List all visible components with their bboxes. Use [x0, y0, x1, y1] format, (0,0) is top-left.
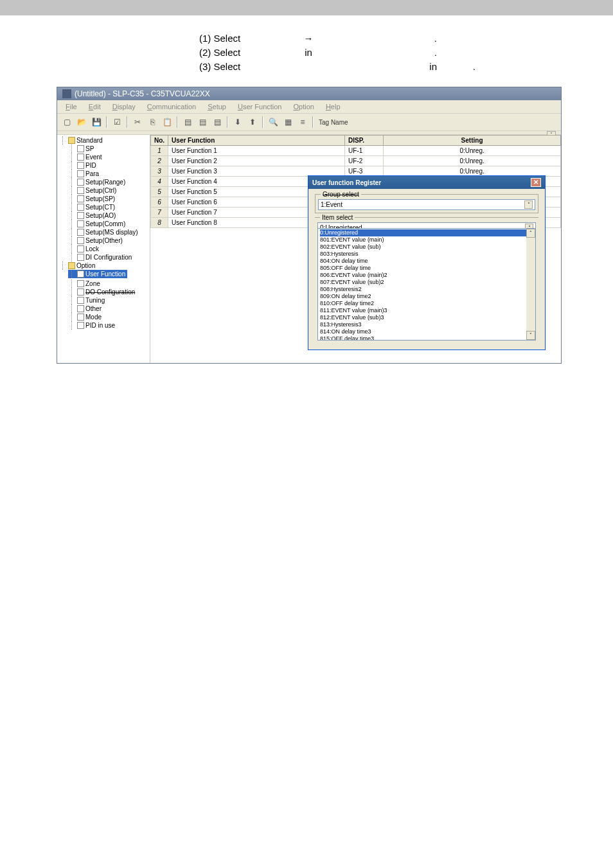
instruction-sep-1: .	[341, 31, 437, 46]
list-scrollbar[interactable]: ˄ ˅	[526, 229, 535, 340]
tree-para[interactable]: Para	[59, 170, 148, 178]
toolbar-paste-icon[interactable]: 📋	[161, 116, 173, 128]
tree-setup-ct[interactable]: Setup(CT)	[59, 203, 148, 211]
file-icon	[77, 237, 84, 244]
file-icon	[77, 187, 84, 194]
tree-setup-range[interactable]: Setup(Range)	[59, 178, 148, 186]
th-no[interactable]: No.	[151, 136, 168, 146]
title-bar: (Untitled) - SLP-C35 - C35TVCUA22XX	[57, 87, 561, 100]
cell-no: 6	[151, 197, 168, 208]
list-item[interactable]: 804:ON delay time	[320, 258, 533, 265]
tree-tuning[interactable]: Tuning	[59, 296, 148, 305]
tree-user-function-row[interactable]: User Function	[59, 270, 148, 279]
cell-no: 1	[151, 146, 168, 156]
menu-user-function[interactable]: User Function	[233, 102, 287, 112]
tree-zone[interactable]: Zone	[59, 279, 148, 288]
th-user-function[interactable]: User Function	[168, 136, 345, 146]
toolbar-checkbox-icon[interactable]: ☑	[111, 116, 123, 128]
file-icon	[77, 145, 84, 152]
toolbar-find-icon[interactable]: 🔍	[267, 116, 280, 128]
th-setting[interactable]: Setting	[384, 136, 561, 146]
file-icon	[77, 154, 84, 161]
list-item[interactable]: 807:EVENT value (sub)2	[320, 279, 533, 286]
toolbar-copy-icon[interactable]: ⎘	[146, 116, 159, 128]
list-item[interactable]: 801:EVENT value (main)	[320, 236, 533, 244]
list-item[interactable]: 811:EVENT value (main)3	[320, 307, 533, 314]
menu-file[interactable]: File	[60, 102, 82, 112]
list-item[interactable]: 808:Hysteresis2	[320, 286, 533, 293]
cell-disp: UF-1	[345, 146, 384, 156]
instruction-row-2: (2) Select in .	[199, 46, 613, 60]
tree-panel: Standard SP Event PID Para Setup(Range) …	[57, 135, 150, 363]
list-item[interactable]: 802:EVENT value (sub)	[320, 244, 533, 251]
tree-setup-comm[interactable]: Setup(Comm)	[59, 220, 148, 228]
list-item[interactable]: 805:OFF delay time	[320, 265, 533, 272]
tree-other[interactable]: Other	[59, 305, 148, 313]
dialog-close-button[interactable]: ✕	[531, 178, 541, 187]
toolbar-open-icon[interactable]: 📂	[75, 116, 88, 128]
item-select-list[interactable]: 0:Unregistered801:EVENT value (main)802:…	[317, 228, 536, 341]
toolbar-save-icon[interactable]: 💾	[90, 116, 103, 128]
main-area: Standard SP Event PID Para Setup(Range) …	[57, 135, 561, 363]
chevron-down-icon[interactable]: ˅	[524, 200, 533, 209]
list-item[interactable]: 814:ON delay time3	[320, 328, 533, 335]
tree-pid-in-use[interactable]: PID in use	[59, 321, 148, 330]
table-row[interactable]: 2User Function 2UF-20:Unreg.	[151, 156, 561, 166]
tree-standard[interactable]: Standard	[59, 136, 148, 145]
toolbar-cut-icon[interactable]: ✂	[131, 116, 144, 128]
tree-setup-other[interactable]: Setup(Other)	[59, 236, 148, 245]
tree-setup-ao[interactable]: Setup(AO)	[59, 211, 148, 220]
tree-sp[interactable]: SP	[59, 145, 148, 153]
tree-pid[interactable]: PID	[59, 161, 148, 170]
list-item[interactable]: 813:Hysteresis3	[320, 321, 533, 328]
group-select-value: 1:Event	[321, 201, 342, 208]
th-disp[interactable]: DISP.	[345, 136, 384, 146]
tree-setup-sp[interactable]: Setup(SP)	[59, 195, 148, 203]
tree-user-function[interactable]: User Function	[68, 270, 127, 278]
toolbar-doc3-icon[interactable]: ▤	[211, 116, 224, 128]
toolbar-list-icon[interactable]: ≡	[296, 116, 309, 128]
toolbar-new-icon[interactable]: ▢	[60, 116, 73, 128]
instruction-row-3: (3) Select in .	[199, 60, 613, 74]
list-item[interactable]: 806:EVENT value (main)2	[320, 272, 533, 279]
tree-mode[interactable]: Mode	[59, 313, 148, 321]
list-item[interactable]: 812:EVENT value (sub)3	[320, 314, 533, 321]
cell-no: 5	[151, 187, 168, 197]
list-item[interactable]: 815:OFF delay time3	[320, 335, 533, 341]
scroll-up-icon[interactable]: ˄	[526, 229, 535, 238]
toolbar-divider-1	[106, 116, 107, 128]
table-row[interactable]: 1User Function 1UF-10:Unreg.	[151, 146, 561, 156]
menu-edit[interactable]: Edit	[84, 102, 106, 112]
toolbar-download-icon[interactable]: ⬇	[231, 116, 244, 128]
folder-icon	[68, 137, 75, 144]
group-select-combo[interactable]: 1:Event ˅	[318, 199, 535, 210]
list-item[interactable]: 803:Hysteresis	[320, 251, 533, 258]
instruction-sep-2: .	[341, 46, 437, 60]
list-item[interactable]: 810:OFF delay time2	[320, 300, 533, 307]
menu-display[interactable]: Display	[107, 102, 141, 112]
tree-di-configuration[interactable]: DI Configuration	[59, 253, 148, 261]
tree-do-configuration[interactable]: DO Configuration	[59, 288, 148, 296]
toolbar-upload-icon[interactable]: ⬆	[246, 116, 259, 128]
tree-setup-ctrl[interactable]: Setup(Ctrl)	[59, 186, 148, 195]
file-icon	[77, 297, 84, 304]
scroll-down-icon[interactable]: ˅	[526, 331, 535, 340]
toolbar-chart-icon[interactable]: ▦	[281, 116, 294, 128]
tree-option[interactable]: Option	[59, 261, 148, 270]
toolbar-doc2-icon[interactable]: ▤	[196, 116, 209, 128]
user-function-register-dialog: User function Register ✕ Group select 1:…	[308, 175, 546, 350]
menu-setup[interactable]: Setup	[202, 102, 231, 112]
menu-option[interactable]: Option	[288, 102, 319, 112]
menu-help[interactable]: Help	[321, 102, 346, 112]
list-item[interactable]: 0:Unregistered	[320, 229, 533, 236]
menu-communication[interactable]: Communication	[142, 102, 201, 112]
tree-event[interactable]: Event	[59, 153, 148, 161]
cell-setting: 0:Unreg.	[384, 156, 561, 166]
tree-setup-ms-display[interactable]: Setup(MS display)	[59, 228, 148, 236]
list-item[interactable]: 809:ON delay time2	[320, 293, 533, 300]
toolbar-doc1-icon[interactable]: ▤	[181, 116, 194, 128]
cell-no: 2	[151, 156, 168, 166]
tree-lock[interactable]: Lock	[59, 245, 148, 253]
file-icon	[77, 179, 84, 186]
file-icon	[77, 212, 84, 219]
